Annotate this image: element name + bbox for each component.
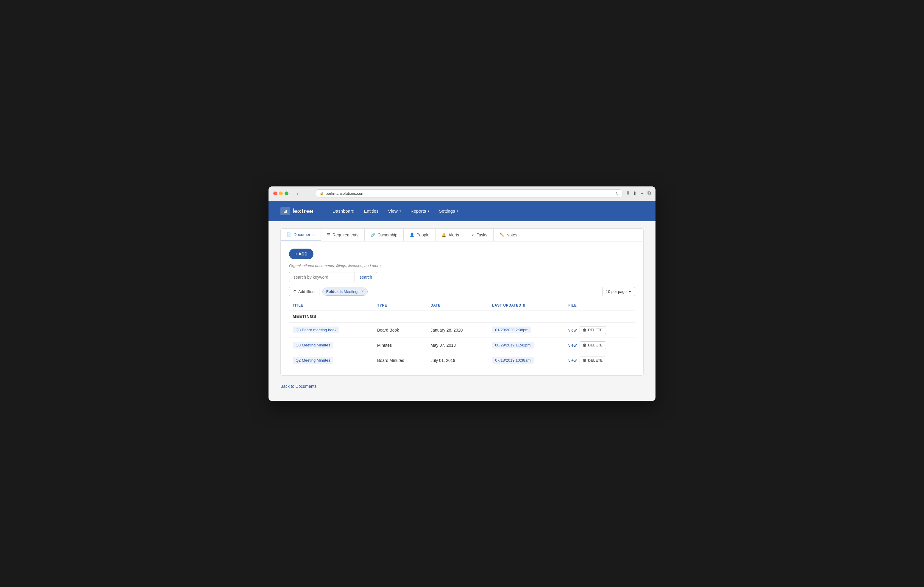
file-actions-3: view 🗑 DELETE [568, 357, 631, 364]
row2-last-updated: 08/29/2019 11:42pm [488, 337, 565, 353]
search-input[interactable] [289, 272, 355, 282]
sort-icon: ⇅ [522, 304, 525, 307]
col-type: TYPE [374, 301, 427, 310]
row1-title: Q3 Board meeting book [289, 322, 374, 337]
tab-ownership[interactable]: 🔗 Ownership [365, 229, 404, 241]
share-icon[interactable]: ⬆ [633, 190, 637, 197]
table-row: Q3 Board meeting book Board Book January… [289, 322, 635, 337]
doc-link-1[interactable]: Q3 Board meeting book [293, 327, 339, 333]
refresh-icon[interactable]: ↻ [615, 191, 619, 196]
browser-chrome: ‹ › 🔒 berkmansolutions.com ↻ ⬇ ⬆ ＋ ⧉ [269, 186, 655, 201]
new-tab-icon[interactable]: ＋ [640, 190, 645, 197]
close-button[interactable] [273, 191, 277, 196]
back-arrow[interactable]: ‹ [293, 189, 302, 198]
nav-entities[interactable]: Entities [360, 206, 382, 216]
forward-arrow[interactable]: › [304, 189, 312, 198]
delete-button-2[interactable]: 🗑 DELETE [579, 341, 606, 349]
row2-file: view 🗑 DELETE [565, 337, 635, 353]
requirements-icon: ☰ [327, 233, 330, 237]
minimize-button[interactable] [279, 191, 283, 196]
tab-people[interactable]: 👤 People [404, 229, 436, 241]
date-badge-2: 08/29/2019 11:42pm [492, 342, 533, 349]
maximize-button[interactable] [285, 191, 289, 196]
content-area: 📄 Documents ☰ Requirements 🔗 Ownership 👤… [269, 221, 655, 401]
tabs-icon[interactable]: ⧉ [647, 190, 651, 197]
tab-alerts[interactable]: 🔔 Alerts [436, 229, 465, 241]
logo: ⊞ lextree [280, 207, 314, 215]
settings-chevron: ▾ [457, 209, 459, 213]
view-link-1[interactable]: view [568, 328, 577, 332]
row2-date: May 07, 2018 [427, 337, 488, 353]
filter-value: is Meetings [340, 289, 360, 294]
traffic-lights [273, 191, 289, 196]
tab-bar: 📄 Documents ☰ Requirements 🔗 Ownership 👤… [280, 229, 644, 242]
section-header-meetings: MEETINGS [289, 310, 635, 323]
main-card: + ADD Organizational documents, filings,… [280, 242, 644, 376]
nav-dashboard[interactable]: Dashboard [329, 206, 358, 216]
delete-button-3[interactable]: 🗑 DELETE [579, 357, 606, 364]
row1-type: Board Book [374, 322, 427, 337]
row2-type: Minutes [374, 337, 427, 353]
col-file: FILE [565, 301, 635, 310]
documents-icon: 📄 [287, 232, 291, 237]
file-actions-1: view 🗑 DELETE [568, 326, 631, 334]
filter-key: Folder [326, 289, 338, 294]
tab-tasks[interactable]: ✔ Tasks [465, 229, 493, 241]
lock-icon: 🔒 [320, 191, 324, 196]
file-actions-2: view 🗑 DELETE [568, 341, 631, 349]
reports-chevron: ▾ [428, 209, 429, 213]
back-to-documents-link[interactable]: Back to Documents [280, 384, 317, 389]
row3-title: Q2 Meeting Minutes [289, 353, 374, 368]
trash-icon-1: 🗑 [583, 328, 586, 332]
nav-reports[interactable]: Reports ▾ [407, 206, 433, 216]
filter-icon: ⚗ [293, 289, 297, 294]
date-badge-3: 07/18/2019 10:38am [492, 357, 533, 364]
nav-settings[interactable]: Settings ▾ [435, 206, 462, 216]
row3-last-updated: 07/18/2019 10:38am [488, 353, 565, 368]
alerts-icon: 🔔 [441, 233, 446, 237]
row3-file: view 🗑 DELETE [565, 353, 635, 368]
table-row: Q3 Meeting Minutes Minutes May 07, 2018 … [289, 337, 635, 353]
tab-requirements[interactable]: ☰ Requirements [321, 229, 365, 241]
active-filter: Folder is Meetings × [322, 288, 368, 296]
col-last-updated[interactable]: LAST UPDATED ⇅ [488, 301, 565, 310]
browser-nav: ‹ › [293, 189, 312, 198]
col-title: TITLE [289, 301, 374, 310]
main-nav: Dashboard Entities View ▾ Reports ▾ Sett… [329, 206, 462, 216]
view-link-3[interactable]: view [568, 358, 577, 363]
row1-file: view 🗑 DELETE [565, 322, 635, 337]
address-bar[interactable]: 🔒 berkmansolutions.com ↻ [316, 189, 622, 197]
view-link-2[interactable]: view [568, 343, 577, 348]
search-button[interactable]: search [355, 272, 377, 282]
row2-title: Q3 Meeting Minutes [289, 337, 374, 353]
row3-date: July 01, 2019 [427, 353, 488, 368]
doc-link-3[interactable]: Q2 Meeting Minutes [293, 357, 333, 364]
delete-button-1[interactable]: 🗑 DELETE [579, 326, 606, 334]
tab-notes[interactable]: ✏️ Notes [493, 229, 523, 241]
people-icon: 👤 [409, 233, 414, 237]
add-filters-button[interactable]: ⚗ Add filters [289, 287, 319, 296]
remove-filter-button[interactable]: × [362, 289, 364, 294]
download-icon[interactable]: ⬇ [626, 190, 630, 197]
ownership-icon: 🔗 [371, 233, 375, 237]
row1-date: January 28, 2020 [427, 322, 488, 337]
filters-area: ⚗ Add filters Folder is Meetings × 10 pe… [289, 287, 635, 296]
data-table: TITLE TYPE DATE LAST UPDATED ⇅ [289, 301, 635, 368]
tab-documents[interactable]: 📄 Documents [281, 229, 321, 241]
table-row: Q2 Meeting Minutes Board Minutes July 01… [289, 353, 635, 368]
trash-icon-2: 🗑 [583, 343, 586, 347]
per-page-select[interactable]: 10 per page ▾ [602, 287, 635, 296]
date-badge-1: 01/28/2020 2:08pm [492, 327, 531, 333]
page-subtitle: Organizational documents, filings, licen… [289, 263, 635, 268]
trash-icon-3: 🗑 [583, 358, 586, 362]
url-text: berkmansolutions.com [326, 191, 365, 196]
doc-link-2[interactable]: Q3 Meeting Minutes [293, 342, 333, 349]
tasks-icon: ✔ [471, 233, 475, 237]
app-header: ⊞ lextree Dashboard Entities View ▾ Repo… [269, 201, 655, 221]
add-button[interactable]: + ADD [289, 248, 314, 259]
browser-actions: ⬇ ⬆ ＋ ⧉ [626, 190, 651, 197]
per-page-chevron: ▾ [629, 289, 631, 294]
nav-view[interactable]: View ▾ [384, 206, 404, 216]
filters-left: ⚗ Add filters Folder is Meetings × [289, 287, 368, 296]
row3-type: Board Minutes [374, 353, 427, 368]
